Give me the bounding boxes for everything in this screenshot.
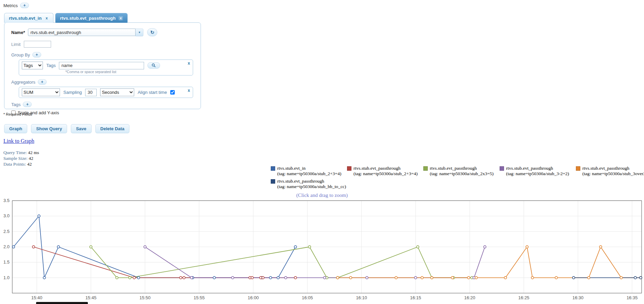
x-tick-label: 16:05	[302, 295, 313, 300]
data-point-marker	[451, 276, 454, 279]
metrics-label: Metrics	[3, 3, 18, 8]
data-point-marker	[640, 276, 642, 279]
link-to-graph[interactable]: Link to Graph	[3, 138, 34, 144]
legend-swatch-icon	[271, 166, 275, 171]
data-point-marker	[251, 276, 253, 279]
y-tick-label: 3.0	[3, 213, 10, 218]
sampling-unit-select[interactable]: Seconds	[100, 88, 134, 96]
group-by-tags-input[interactable]	[59, 62, 144, 69]
tab-evt-passthrough[interactable]: rtvs.stub.evt_passthrough x	[55, 13, 127, 23]
data-point-marker	[12, 246, 15, 248]
required-fields-note: * Required Fields	[3, 112, 32, 116]
data-point-marker	[531, 276, 534, 279]
metric-form-panel: Name* ▼ ↻ Limit Group By + Tags Tags *Co…	[4, 22, 201, 109]
legend-item: rtvs.stub.evt_passthrough(tag: name=tp50…	[423, 166, 500, 176]
refresh-icon: ↻	[151, 30, 155, 35]
data-point-marker	[213, 276, 216, 279]
x-tick-label: 16:30	[572, 295, 584, 300]
legend-label: rtvs.stub.evt_passthrough(tag: name=tp50…	[277, 179, 346, 189]
data-point-marker	[366, 276, 368, 279]
data-point-marker	[269, 276, 272, 279]
data-points-row: Data Points: 42	[3, 161, 39, 167]
data-point-marker	[183, 276, 185, 279]
browser-status-fragment	[36, 302, 88, 304]
data-point-marker	[414, 276, 417, 279]
add-aggregator-button[interactable]: +	[38, 79, 47, 85]
data-point-marker	[277, 276, 279, 279]
save-button[interactable]: Save	[71, 124, 91, 133]
aggregator-box: SUM Sampling Seconds Align start time x	[19, 87, 193, 98]
sample-size-label: Sample Size:	[3, 156, 28, 161]
add-tag-button[interactable]: +	[23, 102, 32, 107]
legend-item: rtvs.stub.evt_passthrough(tag: name=tp50…	[500, 166, 576, 176]
data-point-marker	[599, 246, 602, 248]
tag-search-button[interactable]	[147, 62, 160, 69]
data-point-marker	[90, 246, 92, 248]
legend-item: rtvs.stub.evt_passthrough(tag: name=tp50…	[347, 166, 423, 176]
data-point-marker	[179, 276, 182, 279]
legend-item: rtvs.stub.evt_passthrough(tag: name=tp50…	[271, 179, 347, 189]
y-tick-label: 1.0	[3, 275, 10, 280]
data-point-marker	[116, 276, 118, 279]
limit-input[interactable]	[24, 41, 51, 48]
legend-label: rtvs.stub.evt_passthrough(tag: name=tp50…	[430, 166, 493, 176]
delete-data-button[interactable]: Delete Data	[95, 124, 130, 133]
x-tick-label: 16:10	[356, 295, 367, 300]
y-tick-label: 3.5	[3, 198, 10, 203]
tab-label: rtvs.stub.evt_passthrough	[60, 16, 115, 21]
remove-group-by-icon[interactable]: x	[188, 61, 190, 66]
data-points-value: 42	[27, 162, 32, 167]
chart-area: 15:4015:4515:5015:5516:0016:0516:1016:15…	[0, 197, 644, 304]
metric-tabs: rtvs.stub.evt_in x rtvs.stub.evt_passthr…	[4, 13, 128, 23]
group-by-type-select[interactable]: Tags	[22, 62, 43, 69]
data-point-marker	[308, 246, 311, 248]
data-point-marker	[484, 246, 486, 248]
y-tick-label: 1.5	[3, 259, 10, 265]
refresh-metrics-button[interactable]: ↻	[147, 28, 157, 36]
data-point-marker	[620, 276, 623, 279]
x-tick-label: 16:35	[627, 295, 638, 300]
name-dropdown-button[interactable]: ▼	[136, 29, 143, 36]
metrics-line-chart[interactable]: 15:4015:4515:5015:5516:0016:0516:1016:15…	[0, 197, 644, 304]
remove-aggregator-icon[interactable]: x	[188, 88, 190, 93]
name-label: Name*	[11, 30, 25, 35]
data-point-marker	[467, 276, 470, 279]
sampling-label: Sampling	[63, 90, 82, 95]
tab-evt-in[interactable]: rtvs.stub.evt_in x	[4, 13, 53, 23]
legend-label: rtvs.stub.evt_passthrough(tag: name=tp50…	[354, 166, 418, 176]
x-tick-label: 15:50	[140, 295, 151, 300]
data-point-marker	[284, 276, 287, 279]
aggregator-function-select[interactable]: SUM	[22, 88, 60, 96]
chevron-down-icon: ▼	[138, 31, 141, 34]
data-point-marker	[294, 276, 297, 279]
sampling-value-input[interactable]	[85, 89, 97, 96]
data-point-marker	[38, 215, 40, 217]
legend-swatch-icon	[500, 166, 504, 171]
x-tick-label: 15:55	[193, 295, 205, 300]
data-point-marker	[262, 276, 264, 279]
x-tick-label: 16:25	[518, 295, 530, 300]
align-start-time-checkbox[interactable]	[170, 90, 175, 95]
data-point-marker	[634, 276, 637, 279]
tab-close-icon[interactable]: x	[119, 16, 123, 20]
group-by-tags-label: Tags	[46, 63, 56, 68]
data-point-marker	[587, 276, 590, 279]
data-point-marker	[32, 246, 35, 248]
data-point-marker	[417, 246, 419, 248]
metric-name-input[interactable]	[28, 29, 136, 36]
data-point-marker	[144, 246, 146, 248]
align-start-time-label: Align start time	[138, 90, 167, 95]
x-tick-label: 16:15	[410, 295, 421, 300]
add-metric-button[interactable]: +	[20, 3, 29, 8]
data-point-marker	[336, 276, 339, 279]
add-group-by-button[interactable]: +	[32, 52, 41, 57]
tab-close-icon[interactable]: x	[45, 16, 49, 20]
x-tick-label: 16:00	[248, 295, 259, 300]
data-point-marker	[57, 246, 60, 248]
legend-swatch-icon	[347, 166, 351, 171]
y-tick-label: 2.5	[3, 229, 10, 234]
group-by-label: Group By	[11, 52, 30, 57]
data-point-marker	[324, 276, 326, 279]
graph-button[interactable]: Graph	[4, 124, 27, 133]
show-query-button[interactable]: Show Query	[31, 124, 67, 133]
